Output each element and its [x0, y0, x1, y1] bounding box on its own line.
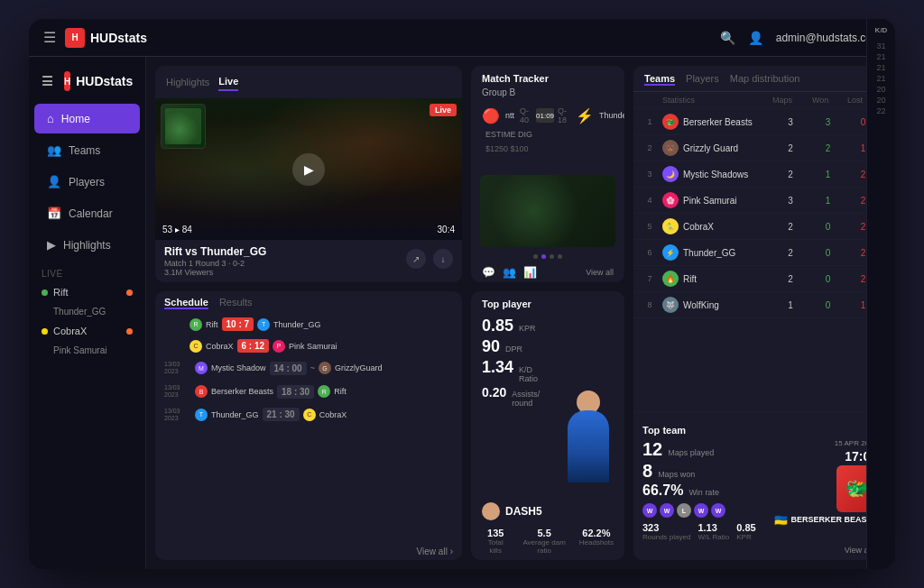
main-layout: ☰ H HUDstats ⌂ Home 👥 Teams 👤 Players	[29, 57, 895, 569]
live-item-thunder: Thunder_GG	[29, 302, 145, 321]
video-subtitle: Match 1 Round 3 · 0-2	[164, 259, 266, 268]
avatar-thunder: ⚡	[662, 244, 679, 261]
rift-name: Rift	[683, 274, 697, 284]
sched-tilde: ~	[310, 363, 315, 372]
table-row[interactable]: 4 🌸 Pink Samurai 3 1 2	[633, 188, 886, 214]
table-row[interactable]: 3 🌙 Mystic Shadows 2 1 2	[633, 161, 886, 188]
sched-score-3: 14 : 00	[270, 362, 307, 375]
chat-icon[interactable]: 💬	[482, 266, 495, 279]
stats-icon[interactable]: 📊	[523, 266, 537, 279]
user-icon[interactable]: 👤	[748, 31, 763, 45]
sidebar-item-highlights[interactable]: ▶ Highlights	[34, 230, 140, 260]
score-left: 53	[162, 225, 172, 234]
sched-item-2[interactable]: C CobraX 6 : 12 P Pink Samurai	[161, 336, 457, 355]
schedule-list: R Rift 10 : 7 T Thunder_GG C CobraX 6 : …	[155, 313, 462, 543]
tab-live[interactable]: Live	[218, 73, 238, 91]
sched-item-4[interactable]: 13/032023 B Berserker Beasts 18 : 30 R R…	[161, 381, 457, 402]
video-title: Rift vs Thunder_GG	[164, 245, 266, 258]
grizzly-won: 2	[812, 143, 844, 153]
table-row[interactable]: 2 🐻 Grizzly Guard 2 2 1	[633, 135, 886, 161]
sched-icon-rift2: R	[318, 385, 330, 398]
players-icon2[interactable]: 👥	[503, 266, 516, 279]
player-name: DASH5	[505, 505, 542, 518]
share-button[interactable]: ↗	[406, 249, 426, 269]
rank-3: 3	[641, 170, 659, 179]
menu-icon[interactable]: ☰	[43, 29, 56, 46]
avg-dam-stat: 5.5 Average dam ratio	[516, 528, 571, 555]
match-view-all[interactable]: View all	[586, 268, 614, 277]
match-map-preview: A B	[480, 175, 615, 247]
schedule-view-all[interactable]: View all ›	[155, 543, 462, 560]
kpr-label: KPR	[736, 533, 755, 541]
sched-team-cobra: CobraX	[206, 342, 234, 351]
win-rate-val: 66.7%	[642, 482, 683, 499]
match-event-detail: $1250 $100	[482, 144, 614, 153]
sched-item-3[interactable]: 13/032023 M Mystic Shadow 14 : 00 ~ G Gr…	[161, 358, 457, 379]
tab-highlights[interactable]: Highlights	[166, 74, 209, 90]
live-item-rift[interactable]: Rift	[29, 282, 145, 302]
sched-team-rift1: Rift	[206, 320, 218, 329]
sched-score-4: 18 : 30	[277, 385, 314, 399]
table-row[interactable]: 7 🔥 Rift 2 0 2	[633, 266, 886, 292]
sidebar-item-teams[interactable]: 👥 Teams	[34, 135, 140, 165]
tab-teams[interactable]: Teams	[644, 73, 675, 86]
schedule-tabs: Schedule Results	[155, 291, 462, 313]
tab-map-distribution[interactable]: Map distribution	[730, 73, 800, 86]
play-button[interactable]: ▶	[292, 153, 325, 186]
team-name-flag: 🇺🇦 BERSERKER BEASTS	[774, 514, 877, 527]
maps-played-val: 12	[642, 439, 662, 460]
avg-dam-lbl: Average dam ratio	[516, 538, 571, 555]
pink-maps: 3	[772, 196, 808, 206]
video-section: Highlights Live Live ▶	[155, 66, 462, 282]
video-viewers: 3.1M Viewers	[164, 268, 266, 277]
sidebar-menu-icon[interactable]: ☰	[42, 74, 53, 88]
sched-team-grizzly: GrizzlyGuard	[335, 363, 383, 372]
rank-4: 4	[641, 196, 659, 205]
table-row[interactable]: 5 🐍 CobraX 2 0 2	[633, 214, 886, 240]
kpr-lbl: KPR	[519, 324, 536, 333]
rift-maps: 2	[772, 274, 808, 284]
sidebar-item-calendar-label: Calendar	[69, 207, 113, 220]
tab-players[interactable]: Players	[686, 73, 719, 86]
table-row[interactable]: 6 ⚡ Thunder_GG 2 0 2	[633, 240, 886, 266]
header-statistics: Statistics	[662, 96, 769, 105]
sidebar-logo: ☰ H HUDstats	[29, 68, 145, 104]
top-team-info: 12 Maps played 8 Maps won 66	[642, 439, 767, 541]
rank-6: 6	[641, 248, 659, 257]
teams-view-all: Top team 12 Maps played	[633, 411, 886, 560]
table-row[interactable]: 8 🐺 WolfKing 1 0 1	[633, 292, 886, 318]
dot-3	[550, 254, 554, 259]
sched-item-5[interactable]: 13/032023 T Thunder_GG 21 : 30 C CobraX	[161, 405, 457, 426]
player-avatar-small	[482, 502, 500, 520]
sched-item-1[interactable]: R Rift 10 : 7 T Thunder_GG	[161, 315, 457, 334]
table-row[interactable]: 1 🐲 Berserker Beasts 3 3 0	[633, 109, 886, 135]
sidebar-item-calendar[interactable]: 📅 Calendar	[34, 198, 140, 228]
live-team-cobra: CobraX	[53, 326, 121, 336]
logo: H HUDstats	[65, 28, 147, 48]
tab-schedule[interactable]: Schedule	[164, 297, 208, 309]
video-score: 53 ▸ 84	[162, 225, 192, 234]
content-grid: Highlights Live Live ▶	[146, 57, 895, 569]
team-flag: 🇺🇦	[774, 514, 788, 527]
live-item-cobra[interactable]: CobraX	[29, 321, 145, 341]
video-player[interactable]: Live ▶ 53 ▸ 84 30:4	[155, 98, 462, 240]
tab-results[interactable]: Results	[219, 297, 253, 309]
download-button[interactable]: ↓	[433, 249, 453, 269]
team-mystic: 🌙 Mystic Shadows	[662, 166, 769, 182]
assists-row: 0.20 Assists/ round	[482, 385, 540, 408]
team-cobra: 🐍 CobraX	[662, 218, 769, 234]
player-footer-stats: 135 Total kills 5.5 Average dam ratio 62…	[471, 524, 624, 560]
assists-val: 0.20	[482, 385, 506, 400]
wl-label: W/L Ratio	[698, 533, 729, 541]
sched-score-1: 10 : 7	[222, 317, 254, 331]
top-player-body: 0.85 KPR 90 DPR 1.34 K/D Ratio	[471, 313, 624, 499]
schedule-view-all-text: View all	[417, 547, 448, 556]
rift-live-indicator	[126, 289, 133, 296]
group-label: Group B	[471, 87, 624, 101]
sidebar-item-home[interactable]: ⌂ Home	[34, 104, 140, 133]
sidebar-item-players-label: Players	[69, 176, 105, 188]
video-actions: ↗ ↓	[406, 249, 453, 269]
cobra-name: CobraX	[683, 222, 714, 232]
sidebar-item-players[interactable]: 👤 Players	[34, 167, 140, 197]
search-icon[interactable]: 🔍	[720, 31, 735, 45]
